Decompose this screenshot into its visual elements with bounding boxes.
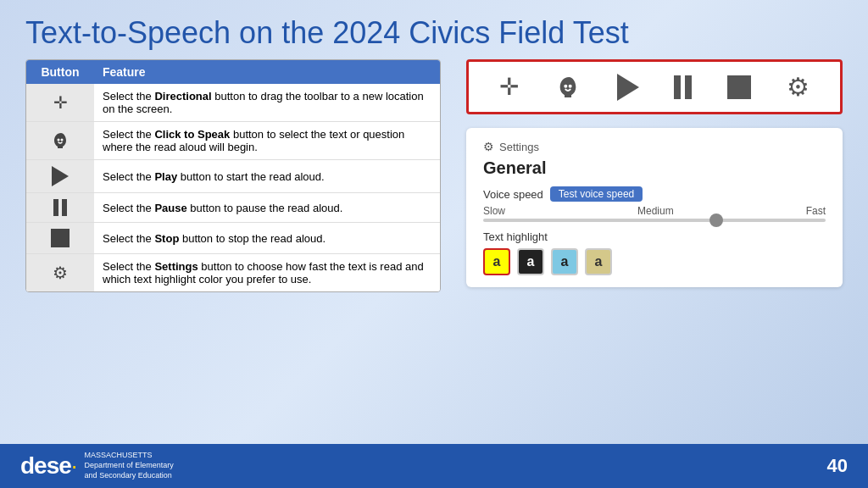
feature-cell-stop: Select the Stop button to stop the read … xyxy=(94,223,440,254)
logo-dot: · xyxy=(71,452,78,479)
highlight-blue[interactable]: a xyxy=(551,248,578,275)
highlight-black[interactable]: a xyxy=(517,248,544,275)
logo-dese: dese xyxy=(20,452,71,479)
svg-point-2 xyxy=(564,84,567,87)
org-line1: MASSACHUSETTS xyxy=(85,451,174,461)
toolbar-play-icon xyxy=(617,74,639,101)
table-row: ⚙ Select the Settings button to choose h… xyxy=(26,254,440,292)
slow-label: Slow xyxy=(483,205,505,217)
table-row: Select the Pause button to pause the rea… xyxy=(26,193,440,223)
org-line3: and Secondary Education xyxy=(85,471,174,481)
toolbar-speak-icon xyxy=(554,74,581,101)
settings-header-label: Settings xyxy=(499,141,539,153)
voice-speed-row: Voice speed Test voice speed xyxy=(483,186,826,202)
table-row: Select the Play button to start the read… xyxy=(26,160,440,193)
feature-cell-directional: Select the Directional button to drag th… xyxy=(94,84,440,122)
icon-cell-stop xyxy=(26,223,94,254)
toolbar-preview-box: ✛ ⚙ xyxy=(466,59,843,114)
svg-point-0 xyxy=(58,139,60,141)
toolbar-move-icon: ✛ xyxy=(499,73,519,101)
text-highlight-label: Text highlight xyxy=(483,230,826,243)
bottom-bar: dese· MASSACHUSETTS Department of Elemen… xyxy=(0,444,868,488)
speak-icon xyxy=(50,130,70,151)
settings-icon: ⚙ xyxy=(53,263,68,283)
test-voice-speed-button[interactable]: Test voice speed xyxy=(550,186,643,202)
page-number: 40 xyxy=(827,455,848,477)
highlight-tan[interactable]: a xyxy=(585,248,612,275)
speed-slider-thumb[interactable] xyxy=(709,214,723,227)
table-row: Select the Stop button to stop the read … xyxy=(26,223,440,254)
table-header-row: Button Feature xyxy=(26,60,440,84)
org-line2: Department of Elementary xyxy=(85,461,174,471)
icon-cell-settings: ⚙ xyxy=(26,254,94,292)
settings-panel: ⚙ Settings General Voice speed Test voic… xyxy=(466,128,843,287)
right-panel: ✛ ⚙ ⚙ xyxy=(466,59,843,292)
svg-point-1 xyxy=(61,139,64,141)
fast-label: Fast xyxy=(806,205,826,217)
logo-text: dese· xyxy=(20,452,78,480)
table-row: ✛ Select the Directional button to drag … xyxy=(26,84,440,122)
pause-icon xyxy=(53,199,67,216)
highlight-options-row: a a a a xyxy=(483,248,826,275)
highlight-yellow[interactable]: a xyxy=(483,248,510,275)
toolbar-stop-icon xyxy=(727,75,751,99)
icon-cell-pause xyxy=(26,193,94,223)
settings-gear-icon: ⚙ xyxy=(483,140,494,153)
feature-cell-play: Select the Play button to start the read… xyxy=(94,160,440,193)
col-button: Button xyxy=(26,60,94,84)
stop-icon xyxy=(51,229,70,247)
col-feature: Feature xyxy=(94,60,440,84)
content-area: Button Feature ✛ Select the Directional … xyxy=(0,59,868,292)
feature-cell-pause: Select the Pause button to pause the rea… xyxy=(94,193,440,223)
speed-labels: Slow Medium Fast xyxy=(483,205,826,217)
toolbar-settings-icon: ⚙ xyxy=(787,72,810,102)
page-title: Text-to-Speech on the 2024 Civics Field … xyxy=(0,0,868,59)
feature-cell-speak: Select the Click to Speak button to sele… xyxy=(94,122,440,160)
settings-header: ⚙ Settings xyxy=(483,140,826,153)
directional-icon: ✛ xyxy=(53,92,68,113)
medium-label: Medium xyxy=(637,205,674,217)
org-text: MASSACHUSETTS Department of Elementary a… xyxy=(85,451,174,480)
settings-general-title: General xyxy=(483,158,826,178)
icon-cell-play xyxy=(26,160,94,193)
speed-slider-track[interactable] xyxy=(483,219,826,222)
svg-point-3 xyxy=(568,84,571,87)
voice-speed-label: Voice speed xyxy=(483,188,543,201)
feature-cell-settings: Select the Settings button to choose how… xyxy=(94,254,440,292)
toolbar-pause-icon xyxy=(674,75,692,99)
feature-table: Button Feature ✛ Select the Directional … xyxy=(26,60,440,291)
logo-area: dese· MASSACHUSETTS Department of Elemen… xyxy=(20,451,174,480)
feature-table-container: Button Feature ✛ Select the Directional … xyxy=(25,59,441,292)
icon-cell-speak xyxy=(26,122,94,160)
play-icon xyxy=(52,166,69,186)
icon-cell-directional: ✛ xyxy=(26,84,94,122)
table-row: Select the Click to Speak button to sele… xyxy=(26,122,440,160)
